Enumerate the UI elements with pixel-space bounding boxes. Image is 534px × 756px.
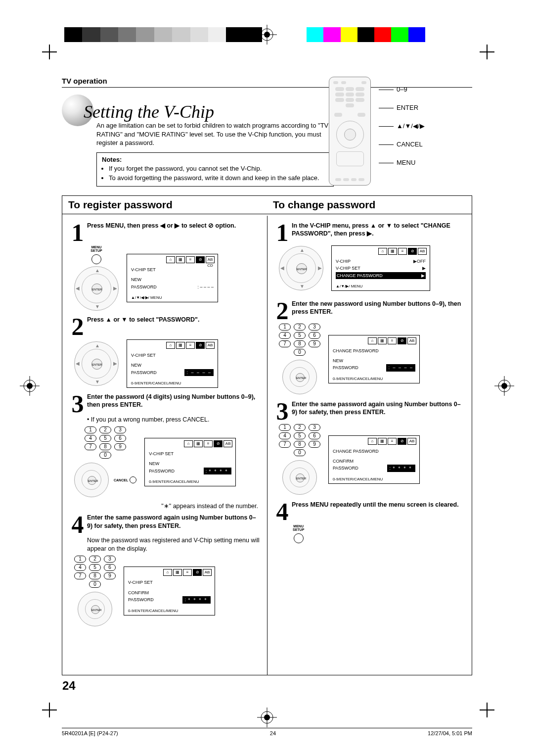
step-4: 4 Press MENU repeatedly until the menu s…	[273, 501, 466, 521]
numpad-icon: 123 456 789 0	[279, 424, 320, 456]
dpad-icon: ENTER	[282, 460, 317, 495]
step-text: Press MENU, then press ◀ or ▶ to select …	[87, 222, 236, 230]
step-number: 3	[273, 401, 292, 421]
step-text: Press ▲ or ▼ to select "PASSWORD".	[87, 316, 199, 324]
page-title: Setting the V-Chip	[84, 101, 214, 122]
color-bar	[64, 27, 262, 42]
dpad-icon: ENTER	[78, 592, 112, 626]
crop-mark-icon	[42, 703, 57, 717]
column-heading-right: To change password	[267, 196, 472, 214]
step-1: 1 Press MENU, then press ◀ or ▶ to selec…	[68, 222, 261, 242]
step-number: 4	[68, 515, 87, 534]
step-2: 2 Enter the new password using Number bu…	[273, 300, 466, 321]
content-area: TV operation Setting the V-Chip An age l…	[62, 77, 472, 187]
remote-labels: 0–9 ENTER ▲/▼/◀/▶ CANCEL MENU	[379, 86, 425, 166]
footer-right: 12/27/04, 5:01 PM	[428, 730, 472, 736]
dpad-icon: ENTER	[282, 360, 317, 394]
dpad-icon: ▲▼◀▶ ENTER	[74, 266, 119, 311]
step-text: Enter the new password using Number butt…	[292, 300, 466, 316]
remote-label: ▲/▼/◀/▶	[379, 122, 425, 130]
step-number: 2	[68, 317, 87, 336]
registration-mark-icon	[257, 708, 277, 727]
step-4: 4 Enter the same password again using Nu…	[68, 514, 261, 534]
step-number: 1	[273, 223, 292, 242]
step-number: 3	[68, 394, 87, 414]
step-text: Enter the password (4 digits) using Numb…	[87, 393, 261, 409]
step-subtext: • If you put a wrong number, press CANCE…	[87, 416, 261, 424]
crop-mark-icon	[42, 45, 57, 59]
left-column: 1 Press MENU, then press ◀ or ▶ to selec…	[62, 218, 267, 637]
step-number: 2	[273, 301, 292, 321]
numpad-icon: 123 456 789 0	[74, 556, 116, 588]
crop-mark-icon	[480, 45, 494, 59]
intro-text: An age limitation can be set to forbid c…	[96, 121, 329, 147]
osd-screen: ⌂▦≡⊘AB V-CHIP SET NEW PASSWORD: – – – – …	[127, 339, 218, 388]
step-number: 1	[68, 223, 87, 242]
osd-screen: ⌂▦≡⊘AB V-CHIP SET NEW PASSWORD:＊＊＊＊ 0-9/…	[144, 438, 236, 486]
registration-mark-icon	[20, 376, 40, 396]
registration-mark-icon	[257, 25, 277, 45]
manual-page: TV operation Setting the V-Chip An age l…	[0, 0, 534, 756]
page-number: 24	[62, 679, 76, 693]
footer-mid: 24	[270, 730, 276, 736]
menu-setup-label: MENU SETUP	[90, 245, 102, 252]
menu-setup-label: MENU SETUP	[293, 524, 304, 531]
remote-icon	[329, 77, 371, 186]
cancel-button-icon	[130, 476, 136, 483]
osd-screen: ⌂▦≡⊘AB CHANGE PASSWORD CONFIRM PASSWORD:…	[328, 435, 420, 484]
menu-button-icon	[91, 254, 101, 264]
dpad-icon: ENTER	[74, 463, 109, 497]
step-text: Enter the same password again using Numb…	[87, 514, 261, 530]
cancel-label: CANCEL	[114, 476, 136, 483]
dpad-icon: ▲▼◀▶ ENTER	[74, 341, 119, 386]
step-text: In the V-CHIP menu, press ▲ or ▼ to sele…	[292, 222, 466, 238]
step-subtext: Now the password was registered and V-Ch…	[87, 536, 261, 553]
note-item: If you forget the password, you cannot s…	[109, 165, 328, 173]
footer: 5R40201A [E] (P24-27) 24 12/27/04, 5:01 …	[62, 728, 472, 736]
osd-screen: ⌂▦≡⊘AB CHANGE PASSWORD NEW PASSWORD: – –…	[328, 335, 420, 383]
remote-label: CANCEL	[379, 141, 425, 148]
step-after-note: "∗" appears instead of the number.	[68, 502, 258, 510]
registration-mark-icon	[494, 376, 514, 396]
osd-screen: ⌂▦≡⊘ABCD V-CHIP SET NEW PASSWORD: – – – …	[127, 254, 218, 302]
columns: To register password To change password …	[62, 195, 472, 675]
menu-button-icon	[294, 533, 304, 543]
step-text: Enter the same password again using Numb…	[292, 400, 466, 417]
osd-screen: ⌂▦≡⊘AB V-CHIP SET CONFIRM PASSWORD:＊＊＊＊ …	[124, 567, 215, 615]
note-item: To avoid forgetting the password, write …	[109, 174, 328, 183]
step-2: 2 Press ▲ or ▼ to select "PASSWORD".	[68, 316, 261, 336]
step-1: 1 In the V-CHIP menu, press ▲ or ▼ to se…	[273, 222, 466, 242]
osd-screen: ⌂▦≡⊘AB V-CHIP▶OFF V-CHIP SET▶ CHANGE PAS…	[331, 245, 430, 291]
right-column: 1 In the V-CHIP menu, press ▲ or ▼ to se…	[267, 218, 472, 554]
numpad-icon: 123 456 789 0	[279, 324, 320, 356]
remote-label: 0–9	[379, 86, 425, 93]
remote-label: MENU	[379, 159, 425, 166]
step-number: 4	[273, 502, 292, 521]
step-3: 3 Enter the password (4 digits) using Nu…	[68, 393, 261, 414]
numpad-icon: 123 456 789 0	[85, 426, 126, 459]
dpad-icon: ▲▼◀▶ ENTER	[279, 246, 323, 290]
remote-label: ENTER	[379, 104, 425, 111]
step-text: Press MENU repeatedly until the menu scr…	[292, 501, 459, 509]
step-3: 3 Enter the same password again using Nu…	[273, 400, 466, 421]
crop-mark-icon	[480, 703, 494, 717]
notes-heading: Notes:	[102, 156, 328, 163]
footer-left: 5R40201A [E] (P24-27)	[62, 730, 118, 736]
notes-box: Notes: If you forget the password, you c…	[96, 152, 334, 187]
column-heading-left: To register password	[62, 196, 267, 214]
remote-diagram: 0–9 ENTER ▲/▼/◀/▶ CANCEL MENU	[329, 77, 472, 186]
color-bar-cmyk	[307, 27, 425, 42]
